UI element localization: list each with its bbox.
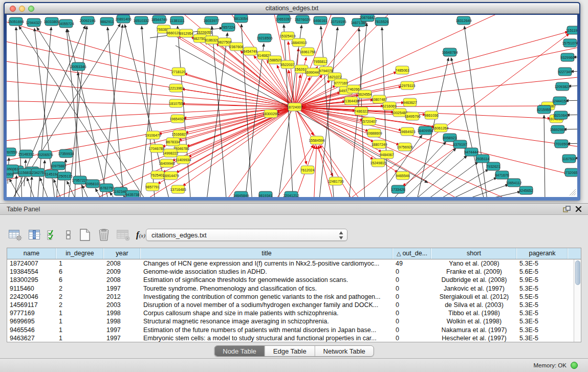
graph-node[interactable]: 19654925 bbox=[169, 115, 185, 123]
graph-node[interactable]: 8454749 bbox=[243, 47, 257, 55]
graph-node[interactable]: 7486322 bbox=[354, 107, 368, 115]
graph-node[interactable]: 16640910 bbox=[291, 38, 307, 47]
graph-node[interactable]: 8912954 bbox=[179, 29, 193, 37]
graph-node[interactable]: 2367608 bbox=[229, 42, 243, 51]
graph-node[interactable]: 7485063 bbox=[395, 66, 409, 74]
graph-node[interactable]: 7932621 bbox=[486, 162, 500, 170]
tab-edge-table[interactable]: Edge Table bbox=[265, 346, 315, 356]
graph-node[interactable]: 19106479 bbox=[145, 131, 161, 139]
graph-node[interactable]: 9474444 bbox=[464, 148, 478, 156]
graph-node[interactable]: 16033977 bbox=[203, 16, 219, 25]
graph-node[interactable]: 12481736 bbox=[328, 177, 343, 185]
graph-node[interactable]: 9484067 bbox=[380, 150, 394, 159]
graph-node[interactable]: 9857791 bbox=[145, 183, 159, 191]
table-row[interactable]: 911546021997Tourette syndrome. Phenomeno… bbox=[7, 285, 574, 293]
graph-node[interactable]: 17016504 bbox=[553, 140, 569, 148]
graph-node[interactable]: 15276029 bbox=[294, 15, 310, 24]
graph-node[interactable]: 7955812 bbox=[313, 57, 327, 65]
graph-node[interactable]: 16782759 bbox=[98, 184, 114, 192]
graph-node[interactable]: 18807249 bbox=[371, 140, 387, 148]
graph-node[interactable]: 10975887 bbox=[50, 162, 66, 170]
graph-node[interactable]: 1733426 bbox=[391, 185, 405, 193]
graph-node[interactable]: 12213963 bbox=[168, 84, 184, 92]
table-selector-dropdown[interactable]: citations_edges.txt bbox=[146, 229, 347, 241]
graph-node[interactable]: 11511953 bbox=[566, 26, 577, 34]
graph-node[interactable]: 14645849 bbox=[233, 191, 249, 197]
graph-node[interactable]: 19218506 bbox=[256, 34, 272, 42]
column-header-out_de[interactable]: △out_de... bbox=[393, 248, 431, 259]
graph-node[interactable]: 12944327 bbox=[26, 18, 41, 27]
graph-node[interactable]: 18544749 bbox=[151, 15, 167, 24]
graph-node[interactable]: 18312649 bbox=[455, 16, 471, 25]
column-header-pagerank[interactable]: pagerank bbox=[517, 248, 568, 259]
table-scrollbar-thumb[interactable] bbox=[575, 260, 580, 285]
graph-node[interactable]: 15692991 bbox=[550, 125, 565, 134]
graph-node[interactable]: 15166827 bbox=[171, 130, 187, 138]
graph-node[interactable]: 11409934 bbox=[176, 156, 191, 164]
network-view-canvas[interactable]: 1872400715226055982750681863289827508236… bbox=[7, 15, 577, 197]
graph-node[interactable]: 19654923 bbox=[399, 127, 415, 136]
table-scrollbar[interactable] bbox=[574, 259, 581, 342]
delete-icon[interactable] bbox=[97, 228, 111, 242]
graph-node[interactable]: 22041212 bbox=[283, 191, 299, 197]
new-file-icon[interactable] bbox=[78, 228, 92, 242]
graph-node[interactable]: 18724007 bbox=[287, 103, 302, 111]
graph-node[interactable]: 7857224 bbox=[221, 23, 235, 31]
graph-node[interactable]: 18300295 bbox=[263, 110, 278, 118]
column-header-in_degree[interactable]: in_degree bbox=[56, 248, 104, 259]
network-window[interactable]: citations_edges.txt 18724007152260559827… bbox=[4, 2, 580, 201]
graph-node[interactable]: 15148332 bbox=[18, 150, 34, 158]
column-header-short[interactable]: short bbox=[431, 248, 517, 259]
graph-node[interactable]: 20206576 bbox=[37, 150, 53, 159]
graph-node[interactable]: 14998222 bbox=[162, 149, 178, 157]
select-rows-icon[interactable] bbox=[47, 229, 59, 241]
graph-node[interactable]: 8215955 bbox=[537, 105, 551, 114]
graph-node[interactable]: 10688609 bbox=[366, 129, 382, 137]
column-header-title[interactable]: title bbox=[141, 248, 393, 259]
close-panel-icon[interactable] bbox=[575, 206, 582, 212]
graph-node[interactable]: 6466161 bbox=[313, 16, 327, 25]
graph-node[interactable]: 11381111 bbox=[169, 16, 184, 25]
function-builder-icon[interactable]: f(x) bbox=[136, 230, 145, 240]
graph-node[interactable]: 20876842 bbox=[359, 15, 375, 21]
table-row[interactable]: 969969511998Structural magnetic resonanc… bbox=[7, 317, 574, 325]
table-row[interactable]: 946554611997Estimation of the future num… bbox=[7, 326, 574, 334]
graph-node[interactable]: 1810755 bbox=[169, 99, 183, 107]
network-window-titlebar[interactable]: citations_edges.txt bbox=[5, 3, 579, 14]
graph-node[interactable]: 9227349 bbox=[558, 68, 572, 76]
graph-node[interactable]: 16961758 bbox=[299, 48, 315, 56]
graph-node[interactable]: 10719195 bbox=[330, 17, 346, 26]
graph-node[interactable]: 6379197 bbox=[453, 140, 467, 148]
graph-node[interactable]: 8813054 bbox=[234, 15, 248, 23]
graph-node[interactable]: 9777169 bbox=[334, 79, 347, 87]
graph-node[interactable]: 19756928 bbox=[397, 143, 412, 151]
table-row[interactable]: 1938455462009Genome-wide association stu… bbox=[7, 268, 574, 276]
column-header-name[interactable]: name bbox=[7, 248, 56, 259]
tab-network-table[interactable]: Network Table bbox=[315, 346, 374, 356]
graph-node[interactable]: 16033809 bbox=[43, 17, 59, 26]
graph-node[interactable]: 3624554 bbox=[358, 90, 372, 98]
column-header-year[interactable]: year bbox=[104, 248, 141, 259]
graph-node[interactable]: 8186328 bbox=[205, 36, 219, 44]
table-row[interactable]: 1456911722003Disruption of a novel membe… bbox=[7, 301, 574, 309]
graph-node[interactable]: 15249815 bbox=[370, 159, 386, 167]
graph-node[interactable]: 14055724 bbox=[58, 19, 74, 28]
graph-node[interactable]: 15051694 bbox=[8, 17, 24, 26]
graph-node[interactable]: 12505135 bbox=[56, 172, 72, 180]
graph-node[interactable]: 15720407 bbox=[361, 117, 377, 125]
graph-node[interactable]: 20092196 bbox=[79, 16, 95, 25]
graph-node[interactable]: 20053346 bbox=[70, 62, 86, 71]
graph-node[interactable]: 20891406 bbox=[115, 15, 131, 23]
graph-node[interactable]: 3915909 bbox=[7, 170, 14, 178]
graph-node[interactable]: 16061264 bbox=[432, 124, 448, 132]
graph-node[interactable]: 2935114 bbox=[476, 155, 490, 163]
table-settings-icon[interactable] bbox=[8, 229, 23, 241]
graph-node[interactable]: 8678334 bbox=[166, 138, 180, 146]
graph-node[interactable]: 16510332 bbox=[133, 16, 149, 25]
graph-node[interactable]: 16210643 bbox=[553, 111, 569, 119]
graph-node[interactable]: 1588520 bbox=[268, 56, 281, 64]
graph-node[interactable]: 7815526 bbox=[375, 17, 388, 26]
graph-node[interactable]: 2718120 bbox=[171, 68, 185, 76]
graph-node[interactable]: 12342757 bbox=[30, 168, 46, 177]
graph-node[interactable]: 13716485 bbox=[170, 185, 186, 193]
